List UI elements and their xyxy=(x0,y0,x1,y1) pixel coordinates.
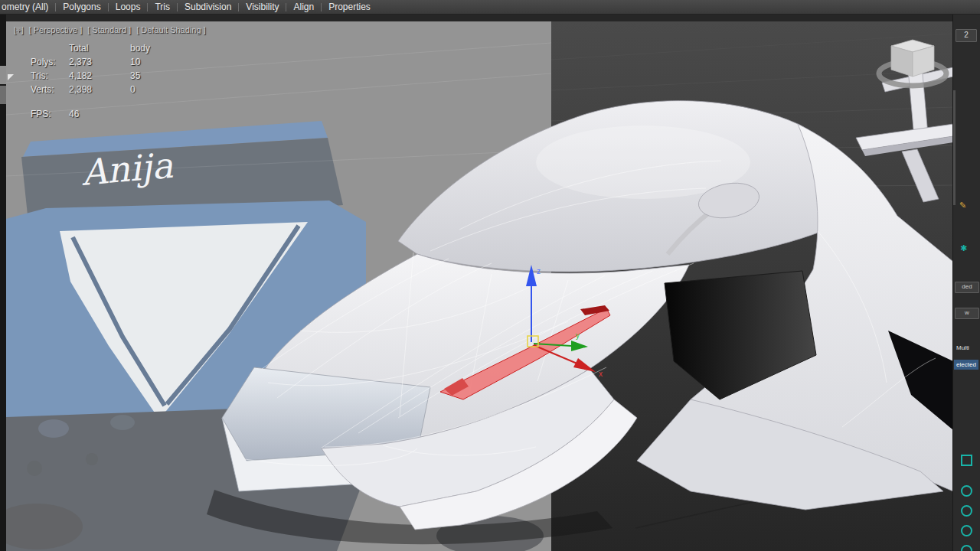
menu-item-tris[interactable]: Tris xyxy=(148,0,177,14)
stats-total-value: 4,182 xyxy=(69,70,130,81)
stats-row-polys: Polys: 2,373 10 xyxy=(31,57,176,67)
menu-item-align[interactable]: Align xyxy=(286,0,321,14)
stats-label: Verts: xyxy=(31,84,69,95)
viewport-shading-menu[interactable]: [ Default Shading ] xyxy=(136,25,206,34)
circle-tool-icon[interactable] xyxy=(961,505,972,517)
stats-label: Polys: xyxy=(31,57,69,67)
menu-item-subdivision[interactable]: Subdivision xyxy=(178,0,238,14)
panel-multi-label: Multi xyxy=(956,344,969,351)
menu-item-geometry-all[interactable]: ometry (All) xyxy=(0,0,55,14)
circle-tool-icon[interactable] xyxy=(961,545,972,551)
fps-value: 46 xyxy=(69,109,130,119)
stats-row-tris: Tris: 4,182 35 xyxy=(31,70,176,81)
panel-button-fragment[interactable]: ded xyxy=(955,282,979,293)
panel-button-fragment[interactable]: w xyxy=(955,308,979,319)
panel-selected-row[interactable]: elected xyxy=(954,360,978,370)
left-panel-button[interactable] xyxy=(0,86,6,104)
command-panel-sliver[interactable]: 2 ✎ ✱ ded w Multi elected xyxy=(952,14,980,551)
stats-row-fps: FPS: 46 xyxy=(31,109,176,119)
stats-body-value: 10 xyxy=(130,57,176,67)
panel-spinner-field[interactable]: 2 xyxy=(956,29,977,42)
asterisk-icon[interactable]: ✱ xyxy=(960,243,967,253)
gizmo-x-label: x xyxy=(599,370,603,378)
left-panel-button[interactable] xyxy=(0,66,6,84)
gizmo-z-label: z xyxy=(537,267,541,276)
viewport-statistics: Total body Polys: 2,373 10 Tris: 4,182 3… xyxy=(31,43,176,122)
modeling-ribbon-menu: ometry (All) Polygons Loops Tris Subdivi… xyxy=(0,0,980,15)
menu-item-polygons[interactable]: Polygons xyxy=(56,0,107,14)
stats-body-value: 35 xyxy=(130,70,176,81)
menu-item-properties[interactable]: Properties xyxy=(322,0,377,14)
fps-label: FPS: xyxy=(31,109,69,119)
stats-total-value: 2,398 xyxy=(69,84,130,95)
panel-scrollbar[interactable] xyxy=(953,90,956,205)
viewport-pov-menu[interactable]: [ Perspective ] xyxy=(29,25,83,34)
panel-collapse-triangle-icon[interactable] xyxy=(8,74,14,80)
viewport-render-preset-menu[interactable]: [ Standard ] xyxy=(87,25,131,34)
filter-icon[interactable] xyxy=(14,25,23,34)
stats-spacer xyxy=(31,43,69,54)
stats-row-verts: Verts: 2,398 0 xyxy=(31,84,176,95)
square-tool-icon[interactable] xyxy=(961,455,972,466)
menu-item-loops[interactable]: Loops xyxy=(109,0,148,14)
left-panel-strip[interactable] xyxy=(0,14,6,551)
stats-body-value: 0 xyxy=(130,84,176,95)
stats-total-value: 2,373 xyxy=(69,57,130,67)
circle-tool-icon[interactable] xyxy=(961,525,972,536)
menu-item-visibility[interactable]: Visibility xyxy=(239,0,286,14)
circle-tool-icon[interactable] xyxy=(961,485,972,497)
stats-col-total: Total xyxy=(69,43,130,54)
pencil-icon[interactable]: ✎ xyxy=(959,201,966,210)
gizmo-y-label: y xyxy=(576,331,580,340)
stats-label: Tris: xyxy=(31,70,69,81)
viewport-canvas[interactable]: Anija xyxy=(6,21,954,551)
viewport-label: [+] [ Perspective ] [ Standard ] [ Defau… xyxy=(14,25,206,34)
stats-col-body: body xyxy=(130,43,176,54)
